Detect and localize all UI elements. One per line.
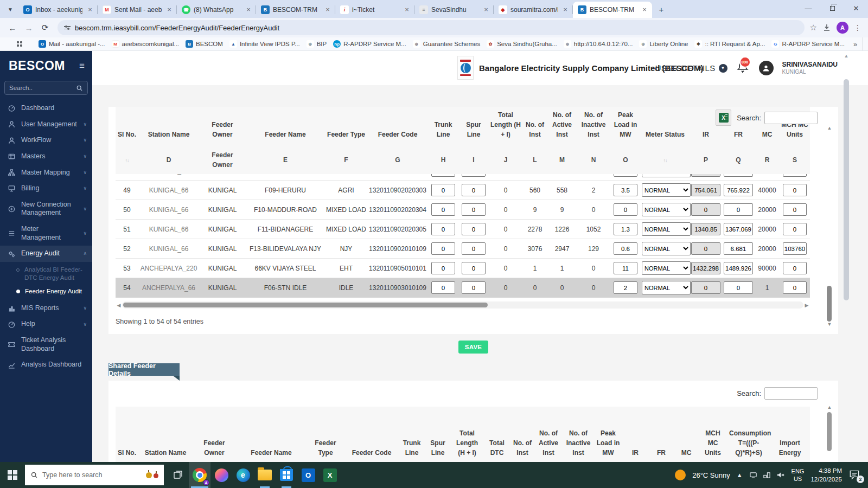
bookmark-item[interactable]: ❖:: RTI Request & Ap... <box>691 39 768 49</box>
column-letter[interactable]: G <box>367 146 428 174</box>
user-details-button[interactable]: USER DETAILS ▼ <box>655 63 727 73</box>
trunk-line-input[interactable] <box>431 242 455 255</box>
shared-column-header[interactable]: Feeder Code <box>344 407 399 462</box>
shared-column-header[interactable]: MC <box>674 407 698 462</box>
sidebar-item-masters[interactable]: Masters∨ <box>0 149 92 165</box>
peak-load-input[interactable] <box>614 203 637 216</box>
column-letter[interactable]: F <box>325 146 367 174</box>
sidebar-search[interactable] <box>4 81 88 95</box>
spur-line-input[interactable] <box>462 174 486 177</box>
mch-units-input[interactable] <box>783 223 807 235</box>
ir-input[interactable] <box>691 223 720 235</box>
spur-line-input[interactable] <box>462 281 486 294</box>
column-header[interactable]: Feeder Owner <box>199 107 246 146</box>
fr-input[interactable] <box>724 242 753 255</box>
action-center-button[interactable]: 2 <box>848 469 861 481</box>
taskbar-store-button[interactable] <box>276 462 297 488</box>
trunk-line-input[interactable] <box>431 223 455 235</box>
column-letter[interactable]: S <box>780 146 810 174</box>
column-header[interactable]: No. of Inactive Inst <box>577 107 610 146</box>
shared-column-header[interactable]: Total DTC <box>483 407 510 462</box>
column-header[interactable]: Spur Line <box>458 107 489 146</box>
sidebar-item-dashboard[interactable]: Dashboard <box>0 100 92 117</box>
close-button[interactable]: ✕ <box>844 0 868 16</box>
weather-text[interactable]: 26°C Sunny <box>692 471 730 479</box>
column-letter[interactable]: M <box>547 146 577 174</box>
shared-column-header[interactable]: No. of Inactive Inst <box>563 407 594 462</box>
shared-column-header[interactable]: Feeder Name <box>236 407 307 462</box>
peak-load-input[interactable] <box>614 262 637 274</box>
peak-load-input[interactable] <box>614 242 637 255</box>
sidebar-item-analysis-dashboard[interactable]: Analysis Dashboard <box>0 357 92 373</box>
sidebar-item-billing[interactable]: Billing∨ <box>0 181 92 197</box>
task-view-button[interactable] <box>167 462 189 488</box>
bookmark-item[interactable]: BBESCOM <box>182 39 226 49</box>
meter-status-select[interactable]: NORMAL <box>642 183 691 197</box>
browser-profile-avatar[interactable]: A <box>837 22 848 34</box>
column-letter[interactable]: R <box>755 146 780 174</box>
column-letter[interactable]: H <box>428 146 458 174</box>
column-header[interactable]: Meter Status <box>641 107 690 146</box>
tab-close-icon[interactable]: × <box>482 5 490 14</box>
browser-tab[interactable]: BBESCOM-TRM× <box>256 2 335 18</box>
column-header[interactable]: No. of Active Inst <box>547 107 577 146</box>
peak-load-input[interactable] <box>614 281 637 294</box>
peak-load-input[interactable] <box>614 223 637 235</box>
bookmark-star-icon[interactable]: ☆ <box>810 23 817 33</box>
column-letter[interactable]: P <box>690 146 722 174</box>
spur-line-input[interactable] <box>462 184 486 196</box>
tab-close-icon[interactable]: × <box>165 5 174 14</box>
taskbar-excel-button[interactable]: X <box>319 462 341 488</box>
apps-grid-icon[interactable] <box>17 41 22 47</box>
forward-button[interactable]: → <box>22 21 36 35</box>
shared-column-header[interactable]: No. of Inst <box>510 407 534 462</box>
scroll-up-icon[interactable]: ▲ <box>826 125 833 131</box>
tab-search-chevron-icon[interactable]: ▼ <box>3 2 17 16</box>
column-letter[interactable]: E <box>246 146 325 174</box>
browser-tab[interactable]: BBESCOM-TRM× <box>573 2 652 18</box>
weather-sun-icon[interactable] <box>675 470 686 480</box>
column-header[interactable]: Trunk Line <box>428 107 458 146</box>
cast-icon[interactable] <box>749 471 757 479</box>
browser-tab[interactable]: ☎(8) WhatsApp× <box>177 2 256 18</box>
spur-line-input[interactable] <box>462 262 486 274</box>
taskbar-chrome-button[interactable]: A <box>189 462 210 488</box>
ir-input[interactable] <box>691 242 720 255</box>
save-button[interactable]: SAVE <box>458 341 489 354</box>
column-header[interactable]: Total Length (H + I) <box>489 107 522 146</box>
fr-input[interactable] <box>724 184 753 196</box>
ir-input[interactable] <box>691 281 720 294</box>
trunk-line-input[interactable] <box>431 262 455 274</box>
taskbar-file-explorer-button[interactable] <box>254 462 276 488</box>
ir-input[interactable] <box>691 262 720 274</box>
column-header[interactable]: Feeder Name <box>246 107 325 146</box>
mch-units-input[interactable] <box>783 262 807 274</box>
sidebar-item-new-connection-management[interactable]: New Connection Management∨ <box>0 197 92 221</box>
peak-load-input[interactable] <box>614 174 637 177</box>
url-text[interactable]: bescom.trm.ieasybill.com/FeederEnergyAud… <box>75 24 279 32</box>
column-letter[interactable]: L <box>522 146 547 174</box>
mch-units-input[interactable] <box>783 281 807 294</box>
shared-column-header[interactable]: Feeder Owner <box>193 407 236 462</box>
shared-column-header[interactable]: FR <box>648 407 674 462</box>
browser-tab[interactable]: MSent Mail - aeebescomku× <box>98 2 177 18</box>
page-scrollbar[interactable]: ▲ <box>843 51 850 462</box>
meter-status-select[interactable]: NORMAL <box>642 203 691 216</box>
column-header[interactable]: Feeder Type <box>325 107 367 146</box>
bookmark-item[interactable]: ✿Seva Sindhu(Gruha... <box>483 39 560 49</box>
trunk-line-input[interactable] <box>431 184 455 196</box>
mch-units-input[interactable] <box>783 174 807 177</box>
shared-column-header[interactable]: Feeder Type <box>307 407 344 462</box>
sidebar-search-input[interactable] <box>9 85 76 91</box>
sidebar-item-user-management[interactable]: User Management∨ <box>0 117 92 133</box>
sort-icon[interactable]: ↑↓ <box>125 158 129 163</box>
column-header[interactable]: Station Name <box>138 107 199 146</box>
hamburger-menu-icon[interactable]: ≡ <box>79 61 85 72</box>
column-header[interactable]: Feeder Code <box>367 107 428 146</box>
user-avatar[interactable] <box>759 61 774 75</box>
meter-status-select[interactable]: NORMAL <box>642 174 691 177</box>
sidebar-item-help[interactable]: Help∨ <box>0 316 92 332</box>
bookmark-item[interactable]: ⊕Liberty Online <box>636 39 691 49</box>
tab-close-icon[interactable]: × <box>244 5 253 14</box>
horizontal-scrollbar[interactable]: ◀ ▶ <box>116 301 810 309</box>
